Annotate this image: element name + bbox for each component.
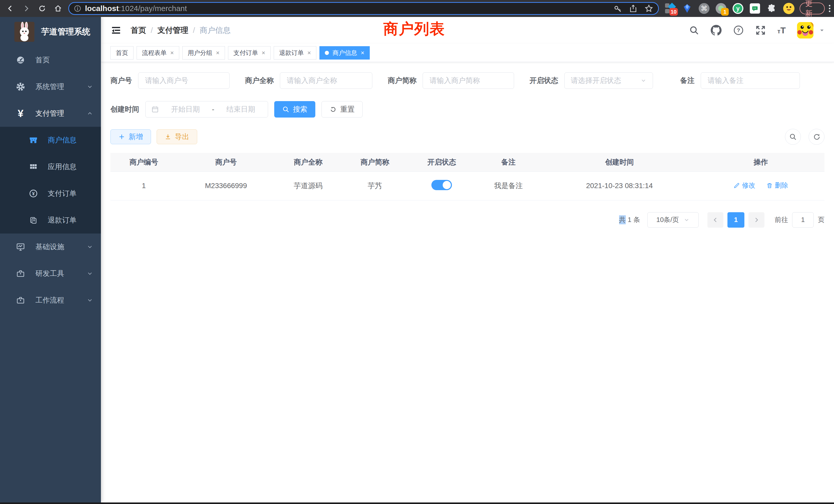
- page-annotation-title: 商户列表: [383, 19, 445, 39]
- payment-submenu: 商户信息 应用信息 ¥ 支付订单 退款订单: [0, 127, 101, 233]
- remark-input[interactable]: [701, 72, 800, 89]
- breadcrumb-payment[interactable]: 支付管理: [157, 25, 188, 36]
- next-page-button[interactable]: [748, 212, 764, 228]
- breadcrumb-home[interactable]: 首页: [131, 25, 146, 36]
- page-size-select[interactable]: 10条/页: [647, 212, 699, 228]
- export-button[interactable]: 导出: [157, 129, 197, 144]
- sidebar-item-infrastructure[interactable]: 基础设施: [0, 233, 101, 260]
- cell-full-name: 芋道源码: [275, 171, 342, 200]
- browser-reload-button[interactable]: [36, 2, 49, 15]
- app-title: 芋道管理系统: [41, 26, 90, 38]
- extension-badge: 1: [721, 8, 729, 16]
- reset-button[interactable]: 重置: [322, 101, 363, 117]
- sidebar-collapse-button[interactable]: [110, 24, 122, 36]
- full-name-input[interactable]: [280, 72, 372, 89]
- calendar-icon: [151, 106, 159, 113]
- merchant-no-input[interactable]: [138, 72, 229, 89]
- refresh-table-button[interactable]: [809, 129, 825, 145]
- password-key-icon[interactable]: [613, 4, 622, 13]
- search-icon: [789, 133, 797, 141]
- extension-gem-icon[interactable]: [681, 3, 693, 14]
- fullscreen-icon[interactable]: [755, 25, 766, 36]
- header-search-icon[interactable]: [689, 25, 699, 36]
- sidebar-item-pay-order[interactable]: ¥ 支付订单: [0, 180, 101, 207]
- add-button[interactable]: 新增: [110, 129, 151, 144]
- browser-menu-button[interactable]: [829, 5, 830, 12]
- browser-forward-button[interactable]: [20, 2, 33, 15]
- select-caret-icon: [640, 77, 646, 84]
- tab-merchant-info-active[interactable]: 商户信息×: [320, 46, 370, 60]
- tab-user-group[interactable]: 用户分组×: [182, 46, 225, 60]
- sidebar-item-refund-order[interactable]: 退款订单: [0, 207, 101, 233]
- page-header: 首页 / 支付管理 / 商户信息 商户列表 ? тT: [101, 17, 834, 44]
- col-actions: 操作: [697, 153, 825, 171]
- tab-refund-order[interactable]: 退款订单×: [274, 46, 316, 60]
- chevron-down-icon: [87, 244, 93, 250]
- edit-link[interactable]: 修改: [733, 181, 755, 190]
- chevron-right-icon: [753, 216, 760, 223]
- pencil-icon: [733, 182, 740, 189]
- search-button[interactable]: 搜索: [274, 101, 315, 117]
- app-logo-rabbit: [14, 22, 35, 42]
- close-icon[interactable]: ×: [216, 49, 220, 56]
- sidebar-item-payment[interactable]: ¥ 支付管理: [0, 100, 101, 127]
- tab-pay-order[interactable]: 支付订单×: [228, 46, 271, 60]
- pikachu-avatar-image: [797, 22, 813, 39]
- bookmark-star-icon[interactable]: [644, 4, 654, 13]
- tab-home[interactable]: 首页: [110, 46, 133, 60]
- sidebar-item-system[interactable]: 系统管理: [0, 73, 101, 100]
- share-icon[interactable]: [629, 4, 638, 13]
- extension-chat-icon[interactable]: [749, 3, 761, 14]
- window-bottom-edge: [0, 502, 834, 504]
- close-icon[interactable]: ×: [361, 49, 364, 56]
- status-label: 开启状态: [529, 76, 558, 86]
- sidebar-item-app-info[interactable]: 应用信息: [0, 154, 101, 180]
- close-icon[interactable]: ×: [170, 49, 174, 56]
- toggle-search-button[interactable]: [785, 129, 801, 145]
- cell-merchant-id: 1: [110, 171, 177, 200]
- tab-process-form[interactable]: 流程表单×: [137, 46, 179, 60]
- font-size-icon[interactable]: тT: [777, 25, 786, 36]
- sidebar-item-home[interactable]: 首页: [0, 47, 101, 73]
- user-avatar[interactable]: [797, 22, 813, 39]
- col-merchant-no: 商户号: [177, 153, 275, 171]
- reload-icon: [38, 5, 46, 12]
- extensions-puzzle-icon[interactable]: [766, 3, 777, 14]
- close-icon[interactable]: ×: [262, 49, 265, 56]
- col-create-time: 创建时间: [542, 153, 697, 171]
- delete-link[interactable]: 删除: [766, 181, 788, 190]
- merchant-no-label: 商户号: [110, 76, 132, 86]
- avatar-caret-icon[interactable]: [819, 27, 825, 33]
- status-select[interactable]: 请选择开启状态: [564, 72, 653, 89]
- extension-tabs-manager-icon[interactable]: 10: [664, 3, 676, 14]
- status-toggle[interactable]: [431, 180, 452, 190]
- sidebar-item-workflow[interactable]: 工作流程: [0, 287, 101, 314]
- table-toolbar: 新增 导出: [110, 129, 825, 145]
- github-icon[interactable]: [710, 25, 722, 36]
- sidebar-item-merchant-info[interactable]: 商户信息: [0, 127, 101, 154]
- chevron-down-icon: [87, 297, 93, 303]
- help-icon[interactable]: ?: [733, 25, 744, 36]
- close-icon[interactable]: ×: [307, 49, 311, 56]
- chevron-up-icon: [87, 110, 93, 117]
- extension-recorder-icon[interactable]: 1: [716, 3, 727, 14]
- page-info-icon[interactable]: [74, 5, 81, 12]
- plus-icon: [118, 134, 125, 140]
- url-bar[interactable]: localhost:1024/pay/merchant: [68, 2, 659, 15]
- browser-back-button[interactable]: [4, 2, 17, 15]
- dashboard-icon: [16, 55, 26, 65]
- extension-command-icon[interactable]: ⌘: [698, 3, 710, 14]
- prev-page-button[interactable]: [707, 212, 723, 228]
- goto-page-input[interactable]: [792, 212, 814, 228]
- short-name-input[interactable]: [423, 72, 514, 89]
- search-icon: [282, 106, 289, 113]
- extension-emoji-icon[interactable]: [783, 3, 794, 14]
- page-number-1[interactable]: 1: [727, 212, 744, 228]
- app-logo-row[interactable]: 芋道管理系统: [0, 17, 101, 47]
- extension-y-logo-icon[interactable]: y: [732, 3, 744, 14]
- browser-home-button[interactable]: [51, 2, 65, 15]
- create-time-range-picker[interactable]: 开始日期 - 结束日期: [145, 101, 268, 117]
- browser-update-button[interactable]: 更新: [799, 3, 825, 14]
- pagination: 共 1 条 10条/页 1 前往 页: [110, 212, 825, 228]
- sidebar-item-dev-tools[interactable]: 研发工具: [0, 260, 101, 287]
